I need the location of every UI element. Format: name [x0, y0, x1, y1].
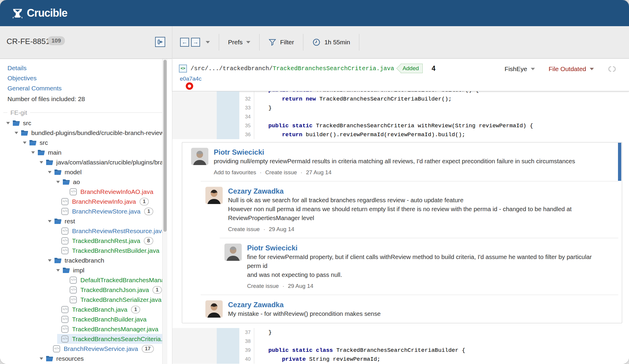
- tree-folder-src[interactable]: src: [0, 138, 162, 148]
- nav-dropdown-caret-icon[interactable]: [206, 41, 210, 43]
- tree-file-TrackedBranchBuilder.java[interactable]: </>TrackedBranchBuilder.java: [0, 314, 162, 324]
- tree-item-label: TrackedBranchRestBuilder.java: [72, 247, 159, 254]
- tree-folder-model[interactable]: model: [0, 167, 162, 177]
- tree-file-BranchReviewService.java[interactable]: </>BranchReviewService.java17: [0, 344, 162, 354]
- tree-item-label: resources: [56, 355, 84, 362]
- tree-file-TrackedBranch.java[interactable]: </>TrackedBranch.java1: [0, 305, 162, 314]
- line-number[interactable]: 34: [239, 112, 254, 121]
- tree-file-BranchReviewInfoAO.java[interactable]: </>BranchReviewInfoAO.java: [0, 187, 162, 197]
- expand-caret-icon[interactable]: [31, 151, 35, 154]
- commit-hash-link[interactable]: e0a7a4c: [180, 76, 202, 82]
- tree-item-label: ao: [73, 178, 80, 186]
- sidebar-scrollbar-thumb[interactable]: [163, 60, 167, 232]
- clipped-code-line: public static TrackedBranchesSearchCrite…: [172, 91, 629, 95]
- tree-item-label: TrackedBranchSerializer.java: [80, 296, 161, 303]
- code-text: private String reviewPermaId;: [254, 355, 629, 364]
- expand-caret-icon[interactable]: [56, 269, 60, 272]
- unlink-icon[interactable]: [608, 66, 616, 72]
- sidebar-link-general-comments[interactable]: General Comments: [7, 83, 162, 93]
- tree-file-TrackedBranchesSearchCriteria.java[interactable]: </>TrackedBranchesSearchCriteria.java: [0, 334, 162, 344]
- comment-text-line: My mistake - for withReview() preconditi…: [228, 309, 604, 318]
- tree-folder-bundled-plugins/bundled/crucible-branch-review-plugin[interactable]: bundled-plugins/bundled/crucible-branch-…: [0, 128, 162, 138]
- code-text: return new TrackedBranchesSearchCriteria…: [254, 95, 629, 103]
- comment-text-line: fine for reviewPermaId property, but if …: [247, 252, 604, 270]
- code-line-35: 35 public static TrackedBranchesSearchCr…: [172, 121, 629, 130]
- expand-caret-icon[interactable]: [6, 122, 10, 124]
- file-icon: </>: [53, 345, 60, 352]
- file-icon: </>: [70, 286, 77, 294]
- tree-file-BranchReviewStore.java[interactable]: </>BranchReviewStore.java1: [0, 206, 162, 216]
- line-number[interactable]: 36: [239, 130, 254, 139]
- tree-folder-rest[interactable]: rest: [0, 216, 162, 226]
- filter-button[interactable]: Filter: [269, 38, 294, 46]
- sidebar-link-details[interactable]: Details: [7, 63, 162, 73]
- code-line-40: 40 private String reviewPermaId;: [172, 355, 629, 364]
- comment-action-create-issue[interactable]: Create issue: [228, 226, 260, 232]
- collapse-sidebar-button[interactable]: [155, 37, 165, 47]
- tree-file-TrackedBranchRest.java[interactable]: </>TrackedBranchRest.java8: [0, 236, 162, 246]
- comment-action-add-to-favourites[interactable]: Add to favourites: [214, 169, 256, 175]
- tree-item-label: TrackedBranchesManager.java: [72, 326, 158, 333]
- line-number[interactable]: [239, 91, 254, 95]
- line-number[interactable]: 38: [239, 337, 254, 346]
- code-text: public static TrackedBranchesSearchCrite…: [254, 121, 629, 130]
- tree-folder-resources[interactable]: resources: [0, 354, 162, 363]
- tree-folder-src[interactable]: src: [0, 118, 162, 128]
- code-line-33: 33 }: [172, 103, 629, 112]
- line-number[interactable]: 37: [239, 328, 254, 337]
- comment-action-create-issue[interactable]: Create issue: [228, 322, 260, 323]
- tree-item-label: bundled-plugins/bundled/crucible-branch-…: [31, 129, 162, 136]
- tree-folder-java/com/atlassian/crucible/plugins/branchreview[interactable]: java/com/atlassian/crucible/plugins/bran…: [0, 157, 162, 167]
- fisheye-caret-icon: [531, 68, 535, 70]
- comment-action-create-issue[interactable]: Create issue: [265, 169, 297, 175]
- file-outdated-dropdown[interactable]: File Outdated: [549, 65, 594, 73]
- review-key: CR-FE-8851: [7, 37, 50, 46]
- next-button[interactable]: →: [191, 38, 200, 47]
- line-number[interactable]: 39: [239, 346, 254, 355]
- file-icon: </>: [61, 247, 68, 254]
- tree-folder-trackedbranch[interactable]: trackedbranch: [0, 255, 162, 265]
- comment-author-link[interactable]: Cezary Zawadka: [228, 187, 284, 196]
- folder-icon: [63, 267, 70, 273]
- expand-caret-icon[interactable]: [15, 132, 18, 134]
- expand-caret-icon[interactable]: [48, 259, 51, 262]
- time-spent-button[interactable]: 1h 55min: [312, 38, 350, 46]
- fisheye-dropdown[interactable]: FishEye: [505, 65, 535, 73]
- tree-file-DefaultTrackedBranchesManager.java[interactable]: </>DefaultTrackedBranchesManager.java: [0, 275, 162, 285]
- line-number[interactable]: 33: [239, 103, 254, 112]
- tree-file-TrackedBranchesManager.java[interactable]: </>TrackedBranchesManager.java: [0, 324, 162, 334]
- comment-action-create-issue[interactable]: Create issue: [247, 283, 279, 289]
- expand-caret-icon[interactable]: [23, 142, 26, 144]
- crucible-logo[interactable]: Crucible: [11, 7, 67, 19]
- expand-caret-icon[interactable]: [48, 171, 51, 173]
- tree-folder-impl[interactable]: impl: [0, 265, 162, 275]
- expand-caret-icon[interactable]: [56, 181, 60, 183]
- tree-file-TrackedBranchRestBuilder.java[interactable]: </>TrackedBranchRestBuilder.java: [0, 246, 162, 255]
- tree-file-BranchReviewInfo.java[interactable]: </>BranchReviewInfo.java1: [0, 197, 162, 206]
- tree-folder-main[interactable]: main: [0, 148, 162, 157]
- comment-author-link[interactable]: Piotr Swiecicki: [247, 244, 297, 252]
- line-number[interactable]: 32: [239, 95, 254, 103]
- expand-caret-icon[interactable]: [40, 161, 43, 164]
- prefs-dropdown[interactable]: Prefs: [228, 39, 250, 46]
- line-number[interactable]: 35: [239, 121, 254, 130]
- expand-caret-icon[interactable]: [48, 220, 51, 222]
- line-number[interactable]: 40: [239, 355, 254, 364]
- comment-footer: Add to favourites·Create issue·27 Aug 14: [214, 169, 604, 176]
- tree-folder-ao[interactable]: ao: [0, 177, 162, 187]
- folder-icon: [54, 169, 62, 175]
- tree-item-label: TrackedBranch.java: [72, 306, 127, 313]
- tree-file-TrackedBranchJson.java[interactable]: </>TrackedBranchJson.java1: [0, 285, 162, 295]
- avatar: [205, 300, 223, 318]
- prev-button[interactable]: ←: [180, 38, 189, 47]
- tree-item-label: TrackedBranchesSearchCriteria.java: [72, 335, 162, 343]
- file-comment-count: 4: [432, 65, 436, 73]
- sidebar-scrollbar[interactable]: [162, 59, 167, 364]
- expand-caret-icon[interactable]: [40, 357, 43, 360]
- tree-file-TrackedBranchSerializer.java[interactable]: </>TrackedBranchSerializer.java: [0, 295, 162, 305]
- tree-file-BranchReviewRestResource.java[interactable]: </>BranchReviewRestResource.java: [0, 226, 162, 236]
- code-text: }: [254, 103, 629, 112]
- comment-author-link[interactable]: Cezary Zawadka: [228, 300, 284, 309]
- comment-author-link[interactable]: Piotr Swiecicki: [214, 148, 264, 157]
- sidebar-link-objectives[interactable]: Objectives: [7, 73, 162, 83]
